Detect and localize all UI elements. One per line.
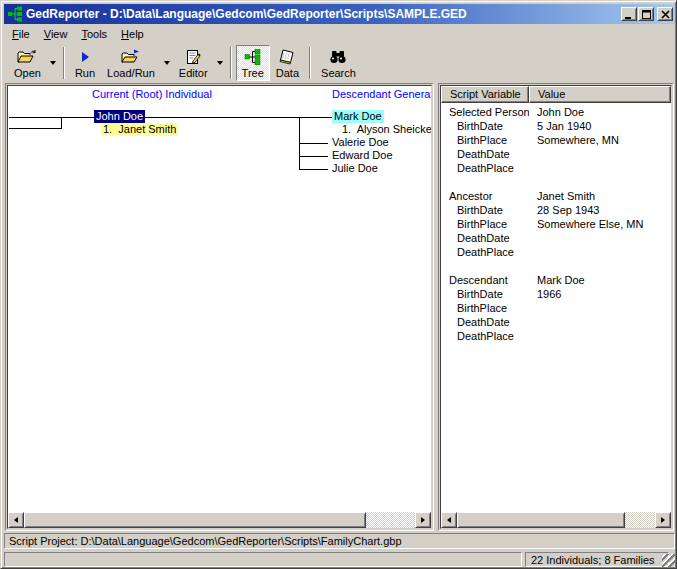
script-variable-pane: Script Variable Value Selected PersonJoh…	[438, 83, 674, 531]
list-row[interactable]: BirthPlaceSomewhere Else, MN	[441, 217, 671, 231]
list-row[interactable]: Selected PersonJohn Doe	[441, 105, 671, 119]
open-folder-icon	[17, 49, 37, 65]
tree-button[interactable]: Tree	[236, 45, 270, 81]
tree-line	[299, 143, 328, 144]
list-row[interactable]: DescendantMark Doe	[441, 273, 671, 287]
tree-person-julie-doe[interactable]: Julie Doe	[330, 162, 380, 175]
tree-header-descendant: Descendant Generati	[332, 88, 431, 100]
load-run-button[interactable]: Load/Run	[101, 45, 161, 81]
editor-dropdown-button[interactable]	[214, 45, 226, 81]
minimize-button[interactable]	[621, 7, 637, 21]
maximize-icon	[642, 10, 651, 19]
editor-icon	[185, 49, 201, 65]
toolbar-separator	[309, 47, 311, 79]
list-row[interactable]: BirthPlace	[441, 301, 671, 315]
script-variable-list: Selected PersonJohn Doe BirthDate5 Jan 1…	[441, 103, 671, 512]
toolbar-separator	[230, 47, 232, 79]
tree-horizontal-scrollbar	[8, 512, 431, 528]
open-button[interactable]: Open	[8, 45, 47, 81]
data-button[interactable]: Data	[270, 45, 305, 81]
maximize-button[interactable]	[638, 7, 654, 21]
editor-button[interactable]: Editor	[173, 45, 214, 81]
toolbar: Open Run Load/Run Editor	[4, 43, 675, 83]
dropdown-arrow-icon	[217, 61, 223, 65]
app-icon	[7, 6, 23, 22]
open-dropdown-button[interactable]	[47, 45, 59, 81]
dropdown-arrow-icon	[50, 61, 56, 65]
title-bar[interactable]: GedReporter - D:\Data\Language\Gedcom\Ge…	[4, 4, 675, 24]
tree-line	[9, 128, 61, 129]
menu-bar: File View Tools Help	[4, 24, 675, 43]
toolbar-separator	[63, 47, 65, 79]
scrollbar-thumb[interactable]	[24, 512, 366, 528]
data-icon	[278, 49, 296, 65]
status-panel-empty	[4, 552, 522, 567]
run-icon	[78, 50, 92, 64]
search-button[interactable]: Search	[315, 45, 362, 81]
search-icon	[329, 49, 347, 65]
list-row[interactable]: AncestorJanet Smith	[441, 189, 671, 203]
menu-tools[interactable]: Tools	[74, 26, 114, 42]
dropdown-arrow-icon	[164, 61, 170, 65]
list-row[interactable]: DeathPlace	[441, 329, 671, 343]
menu-help[interactable]: Help	[114, 26, 151, 42]
script-project-text: Script Project: D:\Data\Language\Gedcom\…	[4, 533, 675, 549]
list-row-blank	[441, 259, 671, 273]
run-button[interactable]: Run	[69, 45, 101, 81]
load-run-dropdown-button[interactable]	[161, 45, 173, 81]
list-row[interactable]: DeathDate	[441, 147, 671, 161]
list-row[interactable]: BirthPlaceSomewhere, MN	[441, 133, 671, 147]
tree-person-valerie-doe[interactable]: Valerie Doe	[330, 136, 391, 149]
tree-line	[61, 117, 62, 129]
scroll-left-icon	[14, 517, 18, 523]
list-row[interactable]: BirthDate5 Jan 1940	[441, 119, 671, 133]
scroll-left-icon	[447, 517, 451, 523]
tree-line	[9, 117, 94, 118]
scroll-right-icon	[661, 517, 665, 523]
tree-person-edward-doe[interactable]: Edward Doe	[330, 149, 395, 162]
list-header: Script Variable Value	[441, 86, 671, 103]
menu-view[interactable]: View	[37, 26, 75, 42]
resize-grip[interactable]	[662, 554, 675, 567]
tree-person-john-doe[interactable]: John Doe	[94, 110, 145, 123]
list-row-blank	[441, 175, 671, 189]
list-row[interactable]: DeathDate	[441, 231, 671, 245]
minimize-icon	[625, 10, 634, 19]
scroll-right-button[interactable]	[655, 512, 671, 528]
tree-line	[299, 169, 328, 170]
list-row[interactable]: DeathPlace	[441, 161, 671, 175]
window-title: GedReporter - D:\Data\Language\Gedcom\Ge…	[26, 7, 620, 21]
tree-person-alyson-sheickel[interactable]: 1. Alyson Sheickel	[340, 123, 431, 136]
close-icon	[661, 10, 670, 19]
scrollbar-thumb[interactable]	[457, 512, 625, 528]
app-window: GedReporter - D:\Data\Language\Gedcom\Ge…	[0, 0, 677, 569]
tree-canvas: Current (Root) Individual Descendant Gen…	[8, 86, 431, 512]
list-row[interactable]: BirthDate1966	[441, 287, 671, 301]
scroll-right-icon	[421, 517, 425, 523]
menu-file[interactable]: File	[5, 26, 37, 42]
tree-line	[144, 117, 332, 118]
column-header-script-variable[interactable]: Script Variable	[441, 86, 529, 103]
status-bar: 22 Individuals; 8 Families	[4, 551, 675, 567]
project-status-bar: Script Project: D:\Data\Language\Gedcom\…	[4, 532, 675, 550]
tree-person-mark-doe[interactable]: Mark Doe	[332, 110, 384, 123]
tree-header-current: Current (Root) Individual	[92, 88, 212, 100]
individuals-families-count: 22 Individuals; 8 Families	[525, 552, 669, 567]
list-row[interactable]: DeathPlace	[441, 245, 671, 259]
list-row[interactable]: BirthDate28 Sep 1943	[441, 203, 671, 217]
scroll-left-button[interactable]	[441, 512, 457, 528]
column-header-value[interactable]: Value	[529, 86, 671, 103]
tree-icon	[244, 49, 261, 65]
close-button[interactable]	[657, 7, 673, 21]
tree-line	[299, 156, 328, 157]
scroll-right-button[interactable]	[415, 512, 431, 528]
list-horizontal-scrollbar	[441, 512, 671, 528]
tree-pane: Current (Root) Individual Descendant Gen…	[5, 83, 434, 531]
load-run-icon	[121, 49, 141, 65]
tree-person-janet-smith[interactable]: 1. Janet Smith	[101, 123, 178, 136]
scroll-left-button[interactable]	[8, 512, 24, 528]
list-row[interactable]: DeathDate	[441, 315, 671, 329]
